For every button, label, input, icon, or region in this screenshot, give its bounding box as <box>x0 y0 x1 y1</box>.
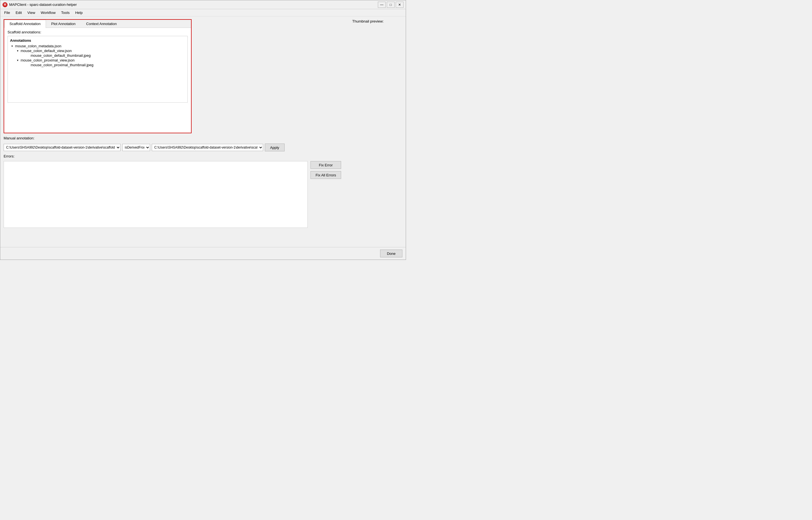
minimize-button[interactable]: — <box>378 2 386 8</box>
tabs-panel: Scaffold Annotation Plot Annotation Cont… <box>4 19 192 133</box>
manual-annotation-row: C:\Users\SHSA992\Desktop\scaffold-datase… <box>4 144 341 151</box>
title-bar: M MAPClient - sparc-dataset-curation-hel… <box>0 0 406 9</box>
tab-plot-annotation[interactable]: Plot Annotation <box>46 20 81 28</box>
tab-context-annotation[interactable]: Context Annotation <box>81 20 122 28</box>
chevron-default-view: ▾ <box>16 49 20 52</box>
tree-row-metadata[interactable]: ▾ mouse_colon_metadata.json <box>10 44 61 48</box>
menu-tools[interactable]: Tools <box>59 10 72 15</box>
chevron-proximal-view: ▾ <box>16 59 20 62</box>
bottom-bar: Done <box>0 247 406 260</box>
thumbnail-preview-label: Thumbnail preview: <box>352 19 384 23</box>
menu-bar: File Edit View Workflow Tools Help <box>0 9 406 17</box>
scaffold-annotation-content: Scaffold annotations: Annotations ▾ mous… <box>4 28 191 133</box>
tree-label-default-view: mouse_colon_default_view.json <box>21 49 72 53</box>
tree-label-metadata: mouse_colon_metadata.json <box>15 44 61 48</box>
close-button[interactable]: ✕ <box>396 2 403 8</box>
tree-node-default-view: ▾ mouse_colon_default_view.json mouse_co… <box>16 48 93 58</box>
menu-workflow[interactable]: Workflow <box>39 10 58 15</box>
scaffold-annotations-label: Scaffold annotations: <box>7 30 188 34</box>
source-path-select[interactable]: C:\Users\SHSA992\Desktop\scaffold-datase… <box>4 144 121 151</box>
tab-scaffold-annotation[interactable]: Scaffold Annotation <box>4 20 46 28</box>
manual-annotation-label: Manual annotation: <box>4 136 341 140</box>
tree-node-metadata: ▾ mouse_colon_metadata.json ▾ mouse_colo… <box>10 44 185 67</box>
left-column: Scaffold Annotation Plot Annotation Cont… <box>4 19 341 244</box>
target-path-select[interactable]: C:\Users\SHSA992\Desktop\scaffold-datase… <box>152 144 263 151</box>
tree-row-proximal-view[interactable]: ▾ mouse_colon_proximal_view.json <box>16 58 75 62</box>
tree-children-metadata: ▾ mouse_colon_default_view.json mouse_co… <box>10 48 93 67</box>
content-area: Scaffold Annotation Plot Annotation Cont… <box>4 19 402 244</box>
tree-node-proximal-view: ▾ mouse_colon_proximal_view.json mouse_c… <box>16 58 93 67</box>
apply-button[interactable]: Apply <box>265 144 285 151</box>
menu-file[interactable]: File <box>2 10 12 15</box>
fix-error-button[interactable]: Fix Error <box>311 161 341 169</box>
chevron-metadata: ▾ <box>10 45 14 48</box>
maximize-button[interactable]: □ <box>387 2 395 8</box>
menu-edit[interactable]: Edit <box>14 10 24 15</box>
tree-label-proximal-view: mouse_colon_proximal_view.json <box>21 58 75 62</box>
tabs-header: Scaffold Annotation Plot Annotation Cont… <box>4 20 191 28</box>
tree-leaf-default-thumbnail[interactable]: mouse_colon_default_thumbnail.jpeg <box>21 53 91 58</box>
tree-leaf-proximal-thumbnail[interactable]: mouse_colon_proximal_thumbnail.jpeg <box>21 62 93 67</box>
main-content: Scaffold Annotation Plot Annotation Cont… <box>0 17 406 247</box>
errors-box <box>4 161 308 228</box>
title-bar-left: M MAPClient - sparc-dataset-curation-hel… <box>2 2 77 7</box>
annotations-tree: Annotations ▾ mouse_colon_metadata.json <box>7 36 188 103</box>
app-icon: M <box>2 2 7 7</box>
errors-row: Fix Error Fix All Errors <box>4 161 341 228</box>
menu-help[interactable]: Help <box>73 10 85 15</box>
fix-all-errors-button[interactable]: Fix All Errors <box>311 171 341 179</box>
tree-row-default-view[interactable]: ▾ mouse_colon_default_view.json <box>16 48 72 53</box>
action-buttons: Fix Error Fix All Errors <box>311 161 341 179</box>
window-title: MAPClient - sparc-dataset-curation-helpe… <box>9 2 77 7</box>
tree-children-proximal-view: mouse_colon_proximal_thumbnail.jpeg <box>16 62 93 67</box>
errors-label: Errors: <box>4 154 341 158</box>
errors-section: Errors: Fix Error Fix All Errors <box>4 154 341 228</box>
main-window: M MAPClient - sparc-dataset-curation-hel… <box>0 0 406 260</box>
relation-select[interactable]: isDerivedFrom <box>122 144 150 151</box>
manual-annotation-section: Manual annotation: C:\Users\SHSA992\Desk… <box>4 136 341 151</box>
tree-root: Annotations <box>10 38 185 43</box>
right-panel: Thumbnail preview: <box>347 19 402 244</box>
title-bar-controls: — □ ✕ <box>378 2 403 8</box>
done-button[interactable]: Done <box>380 250 402 257</box>
menu-view[interactable]: View <box>25 10 37 15</box>
tree-children-default-view: mouse_colon_default_thumbnail.jpeg <box>16 53 91 58</box>
